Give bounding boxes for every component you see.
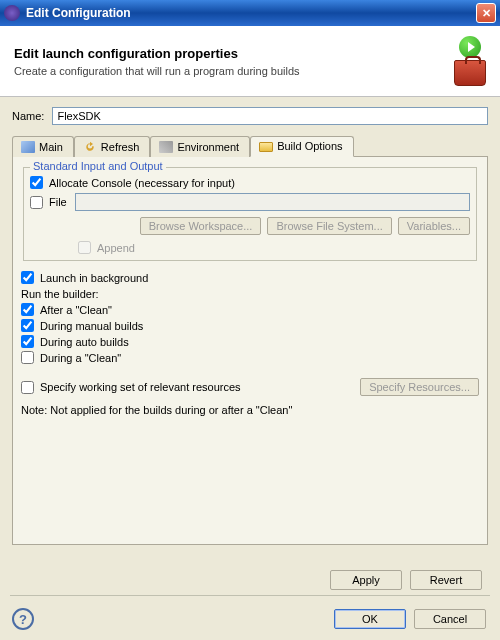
launch-background-label: Launch in background	[40, 272, 148, 284]
during-clean-label: During a "Clean"	[40, 352, 121, 364]
launch-background-checkbox[interactable]	[21, 271, 34, 284]
refresh-icon	[83, 141, 97, 153]
toolbox-icon	[454, 60, 486, 86]
run-builder-label: Run the builder:	[21, 288, 479, 300]
during-clean-checkbox[interactable]	[21, 351, 34, 364]
tab-refresh-label: Refresh	[101, 141, 140, 153]
io-group: Standard Input and Output Allocate Conso…	[23, 167, 477, 261]
allocate-console-label: Allocate Console (necessary for input)	[49, 177, 235, 189]
window-title: Edit Configuration	[26, 6, 476, 20]
revert-button[interactable]: Revert	[410, 570, 482, 590]
working-set-checkbox[interactable]	[21, 381, 34, 394]
header: Edit launch configuration properties Cre…	[0, 26, 500, 97]
tab-refresh[interactable]: Refresh	[74, 136, 151, 157]
append-checkbox	[78, 241, 91, 254]
tab-build-options[interactable]: Build Options	[250, 136, 353, 157]
build-options-panel: Standard Input and Output Allocate Conso…	[12, 157, 488, 545]
variables-button: Variables...	[398, 217, 470, 235]
main-icon	[21, 141, 35, 153]
header-desc: Create a configuration that will run a p…	[14, 65, 454, 77]
tab-build-label: Build Options	[277, 140, 342, 152]
file-label: File	[49, 196, 67, 208]
browse-filesystem-button: Browse File System...	[267, 217, 391, 235]
file-input	[75, 193, 470, 211]
after-clean-label: After a "Clean"	[40, 304, 112, 316]
auto-builds-label: During auto builds	[40, 336, 129, 348]
cancel-button[interactable]: Cancel	[414, 609, 486, 629]
manual-builds-label: During manual builds	[40, 320, 143, 332]
run-options: Launch in background Run the builder: Af…	[21, 271, 479, 364]
append-label: Append	[97, 242, 135, 254]
titlebar: Edit Configuration ✕	[0, 0, 500, 26]
after-clean-checkbox[interactable]	[21, 303, 34, 316]
name-label: Name:	[12, 110, 44, 122]
eclipse-icon	[4, 5, 20, 21]
io-group-title: Standard Input and Output	[30, 160, 166, 172]
ok-button[interactable]: OK	[334, 609, 406, 629]
tab-environment[interactable]: Environment	[150, 136, 250, 157]
auto-builds-checkbox[interactable]	[21, 335, 34, 348]
tab-env-label: Environment	[177, 141, 239, 153]
header-title: Edit launch configuration properties	[14, 46, 454, 61]
folder-icon	[259, 142, 273, 152]
close-button[interactable]: ✕	[476, 3, 496, 23]
allocate-console-checkbox[interactable]	[30, 176, 43, 189]
specify-resources-button: Specify Resources...	[360, 378, 479, 396]
browse-workspace-button: Browse Workspace...	[140, 217, 262, 235]
name-input[interactable]	[52, 107, 488, 125]
tab-main[interactable]: Main	[12, 136, 74, 157]
separator	[10, 595, 490, 596]
working-set-label: Specify working set of relevant resource…	[40, 381, 241, 393]
run-icon	[459, 36, 481, 58]
note-label: Note: Not applied for the builds during …	[21, 404, 479, 416]
help-icon[interactable]: ?	[12, 608, 34, 630]
environment-icon	[159, 141, 173, 153]
tab-main-label: Main	[39, 141, 63, 153]
tabstrip: Main Refresh Environment Build Options	[12, 135, 488, 157]
apply-button[interactable]: Apply	[330, 570, 402, 590]
file-checkbox[interactable]	[30, 196, 43, 209]
manual-builds-checkbox[interactable]	[21, 319, 34, 332]
